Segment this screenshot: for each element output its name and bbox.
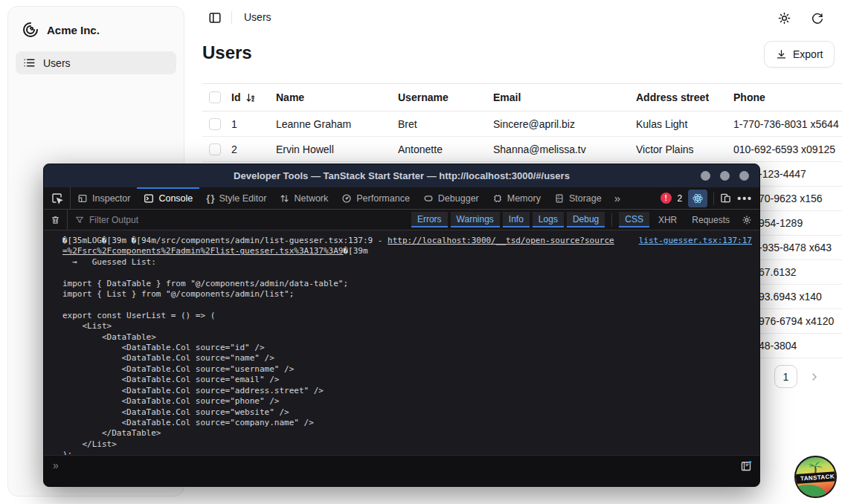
trash-icon xyxy=(51,215,60,225)
meatball-menu-button[interactable]: ••• xyxy=(737,193,753,204)
console-log-body: → Guessed List: import { DataTable } fro… xyxy=(62,257,752,455)
cell-phone-partial: 93.6943 x140 xyxy=(759,285,822,309)
column-header-name[interactable]: Name xyxy=(276,91,398,103)
console-output: �[35mLOG�[39m �[94m/src/components/admin… xyxy=(44,230,759,455)
console-settings-button[interactable] xyxy=(739,213,755,227)
tab-label: Storage xyxy=(569,193,602,204)
tanstack-ribbon: TANSTACK xyxy=(794,471,837,485)
refresh-icon xyxy=(811,12,823,25)
sort-az-icon[interactable] xyxy=(245,92,257,103)
devtools-title: Developer Tools — TanStack Start Starter… xyxy=(234,170,570,181)
panel-left-icon xyxy=(208,11,222,25)
page-1-button[interactable]: 1 xyxy=(774,365,797,388)
pagination: 1 xyxy=(774,365,820,388)
xhr-filter-button[interactable]: XHR xyxy=(652,213,683,227)
cell-address: Victor Plains xyxy=(636,143,733,155)
toolbar-divider xyxy=(713,192,714,205)
column-header-phone[interactable]: Phone xyxy=(733,91,842,103)
level-filter-button[interactable]: Errors xyxy=(411,212,448,227)
level-filter-button[interactable]: Warnings xyxy=(451,212,500,227)
window-button[interactable] xyxy=(720,171,730,181)
row-checkbox[interactable] xyxy=(209,143,221,155)
memory-chip-icon xyxy=(492,193,503,204)
cell-phone-partial: 48-3804 xyxy=(759,334,797,358)
select-all-checkbox[interactable] xyxy=(209,91,221,103)
list-icon xyxy=(23,56,36,69)
column-header-username[interactable]: Username xyxy=(398,91,493,103)
network-arrows-icon xyxy=(280,193,289,204)
tanstack-label: TANSTACK xyxy=(800,473,835,482)
responsive-design-button[interactable] xyxy=(720,193,731,204)
cell-id: 1 xyxy=(231,118,237,130)
cell-name: Ervin Howell xyxy=(276,143,398,155)
window-button[interactable] xyxy=(701,171,710,181)
extension-atom-button[interactable] xyxy=(688,190,707,207)
level-filter-button[interactable]: Logs xyxy=(533,212,564,227)
cell-phone-partial: 67.6132 xyxy=(759,260,797,285)
cell-phone-partial: -935-8478 x643 xyxy=(759,236,832,260)
table-row[interactable]: 2 Ervin Howell Antonette Shanna@melissa.… xyxy=(202,137,842,162)
column-header-email[interactable]: Email xyxy=(493,91,636,103)
error-count: 2 xyxy=(678,193,683,204)
cell-phone: 1-770-736-8031 x5644 xyxy=(733,118,842,130)
tab-network[interactable]: Network xyxy=(273,187,335,209)
level-filter-button[interactable]: Info xyxy=(503,212,530,227)
table-header-row: Id Name Username Email Address street Ph… xyxy=(202,83,842,112)
level-filter-button[interactable]: Debug xyxy=(567,212,605,227)
app-window: Acme Inc. Users Users xyxy=(0,0,842,504)
acme-logo-icon xyxy=(22,21,39,39)
refresh-button[interactable] xyxy=(808,9,826,27)
tab-label: Debugger xyxy=(438,193,479,204)
sidebar-item-users[interactable]: Users xyxy=(16,51,176,74)
clear-console-button[interactable] xyxy=(44,210,68,230)
responsive-design-icon xyxy=(720,193,731,204)
pick-element-button[interactable] xyxy=(44,187,71,209)
tab-label: Style Editor xyxy=(219,193,267,204)
filter-divider xyxy=(611,213,612,227)
tab-debugger[interactable]: Debugger xyxy=(417,187,486,209)
console-input-bar[interactable]: » xyxy=(44,455,759,487)
editor-mode-button[interactable] xyxy=(740,460,752,472)
tab-label: Network xyxy=(294,193,328,204)
console-icon xyxy=(144,193,154,204)
error-badge-icon: ! xyxy=(661,193,672,204)
filter-output-input[interactable]: Filter Output xyxy=(68,215,411,225)
editor-mode-icon xyxy=(740,460,752,472)
tab-label: Memory xyxy=(507,193,541,204)
tab-performance[interactable]: Performance xyxy=(335,187,417,209)
tanstack-logo[interactable]: TANSTACK xyxy=(794,456,837,498)
cell-phone-partial: 70-9623 x156 xyxy=(759,187,823,211)
inspector-icon xyxy=(77,193,88,204)
tab-label: Console xyxy=(158,193,193,204)
more-tabs-icon[interactable]: » xyxy=(608,187,626,209)
column-header-id[interactable]: Id xyxy=(231,91,240,103)
console-prompt-icon: » xyxy=(53,459,59,471)
window-button[interactable] xyxy=(739,171,749,181)
css-filter-button[interactable]: CSS xyxy=(619,212,649,227)
tab-memory[interactable]: Memory xyxy=(486,187,547,209)
tab-style-editor[interactable]: { } Style Editor xyxy=(199,187,273,209)
row-checkbox[interactable] xyxy=(209,118,221,130)
theme-toggle-button[interactable] xyxy=(775,9,793,27)
filter-buttons: ErrorsWarningsInfoLogsDebug CSS XHR Requ… xyxy=(411,212,759,227)
cell-address: Kulas Light xyxy=(636,118,733,130)
source-location-link[interactable]: list-guesser.tsx:137:17 xyxy=(639,236,752,246)
devtools-titlebar[interactable]: Developer Tools — TanStack Start Starter… xyxy=(44,164,759,187)
log-text: �[35mLOG�[39m �[94m/src/components/admin… xyxy=(62,236,622,257)
tab-inspector[interactable]: Inspector xyxy=(71,187,137,209)
export-button[interactable]: Export xyxy=(764,41,835,68)
tab-console[interactable]: Console xyxy=(137,187,199,209)
page-title: Users xyxy=(202,42,252,63)
devtools-toolbar: Inspector Console { } Style Editor Netwo… xyxy=(44,187,759,210)
requests-filter-button[interactable]: Requests xyxy=(686,213,736,227)
column-header-address[interactable]: Address street xyxy=(636,91,733,103)
tab-storage[interactable]: Storage xyxy=(547,187,608,209)
sidebar-toggle-button[interactable] xyxy=(207,10,223,26)
sidebar-item-label: Users xyxy=(43,57,71,69)
cell-email: Sincere@april.biz xyxy=(493,118,636,130)
next-page-button[interactable] xyxy=(809,371,820,383)
table-row[interactable]: 1 Leanne Graham Bret Sincere@april.biz K… xyxy=(202,112,842,137)
cell-email: Shanna@melissa.tv xyxy=(493,143,636,155)
cell-name: Leanne Graham xyxy=(276,118,398,130)
devtools-window: Developer Tools — TanStack Start Starter… xyxy=(43,164,760,487)
